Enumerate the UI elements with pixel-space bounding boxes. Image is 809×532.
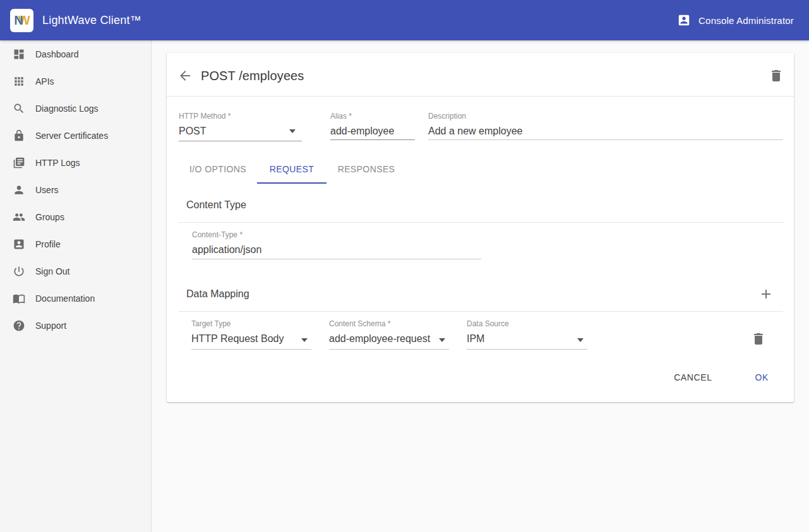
endpoint-card: POST /employees HTTP Method * POST Alias… — [167, 53, 794, 402]
sidebar-item-label: Diagnostic Logs — [35, 103, 99, 114]
field-underline — [192, 259, 481, 259]
logo-letter-n: N — [14, 13, 22, 28]
alias-label: Alias * — [330, 112, 415, 121]
ok-button[interactable]: OK — [745, 367, 779, 387]
back-button[interactable] — [177, 68, 193, 83]
person-icon — [13, 184, 25, 196]
user-menu[interactable]: Console Administrator — [677, 13, 794, 27]
tab-responses[interactable]: RESPONSES — [327, 155, 406, 184]
field-underline — [329, 349, 449, 350]
content-schema-value: add-employee-request — [329, 333, 449, 345]
content-schema-select[interactable]: Content Schema * add-employee-request — [329, 319, 449, 350]
sidebar-item-diagnostic-logs[interactable]: Diagnostic Logs — [0, 95, 151, 122]
dropdown-arrow-icon — [289, 129, 296, 133]
field-underline — [179, 141, 302, 141]
content-type-section-heading: Content Type — [186, 199, 246, 211]
sidebar-item-apis[interactable]: APIs — [0, 68, 151, 95]
sidebar-item-dashboard[interactable]: Dashboard — [0, 40, 151, 68]
content-type-field[interactable]: Content-Type * application/json — [192, 230, 481, 259]
sidebar-item-label: Profile — [35, 239, 61, 249]
sidebar-item-profile[interactable]: Profile — [0, 230, 151, 257]
data-source-label: Data Source — [467, 319, 587, 328]
section-divider — [179, 222, 783, 223]
delete-mapping-button[interactable] — [751, 331, 766, 346]
lock-icon — [13, 129, 25, 142]
tab-io-options[interactable]: I/O OPTIONS — [179, 155, 257, 184]
cancel-button[interactable]: CANCEL — [664, 367, 722, 387]
sidebar-item-http-logs[interactable]: HTTP Logs — [0, 149, 151, 176]
trash-icon — [751, 339, 766, 348]
content-type-value: application/json — [192, 244, 481, 256]
sidebar-item-sign-out[interactable]: Sign Out — [0, 257, 151, 285]
alias-value: add-employee — [330, 126, 415, 137]
field-underline — [191, 349, 311, 350]
back-arrow-icon — [177, 76, 193, 85]
content-schema-label: Content Schema * — [329, 319, 449, 328]
plus-icon — [758, 294, 774, 304]
sidebar-item-label: Users — [35, 185, 59, 195]
user-label: Console Administrator — [698, 15, 794, 26]
account-box-icon — [13, 238, 25, 251]
field-underline — [330, 139, 415, 140]
form-actions: CANCEL OK — [664, 367, 779, 387]
dropdown-arrow-icon — [301, 338, 308, 342]
help-circle-icon — [13, 319, 25, 332]
target-type-select[interactable]: Target Type HTTP Request Body — [191, 319, 311, 350]
sidebar-item-documentation[interactable]: Documentation — [0, 285, 151, 312]
library-books-icon — [13, 157, 25, 169]
delete-endpoint-button[interactable] — [769, 68, 784, 83]
target-type-label: Target Type — [191, 319, 311, 328]
dashboard-icon — [13, 48, 25, 61]
power-icon — [13, 265, 25, 278]
alias-field[interactable]: Alias * add-employee — [330, 112, 415, 140]
sidebar-item-users[interactable]: Users — [0, 176, 151, 203]
field-underline — [428, 139, 783, 140]
trash-icon — [769, 76, 784, 85]
sidebar: Dashboard APIs Diagnostic Logs Server Ce… — [0, 40, 152, 532]
data-source-select[interactable]: Data Source IPM — [467, 319, 587, 350]
sidebar-item-label: Sign Out — [35, 266, 69, 276]
dropdown-arrow-icon — [577, 338, 584, 342]
open-book-icon — [13, 292, 25, 305]
http-method-label: HTTP Method * — [179, 112, 302, 121]
tab-bar: I/O OPTIONS REQUEST RESPONSES — [179, 155, 406, 184]
app-header: N W LightWave Client™ Console Administra… — [0, 0, 809, 40]
add-mapping-button[interactable] — [758, 287, 774, 302]
dropdown-arrow-icon — [439, 338, 445, 342]
sidebar-item-label: Support — [35, 321, 66, 331]
description-field[interactable]: Description Add a new employee — [428, 112, 783, 140]
sidebar-item-label: Groups — [35, 212, 64, 222]
sidebar-item-label: Server Certificates — [35, 131, 108, 141]
sidebar-item-label: HTTP Logs — [35, 158, 80, 168]
description-label: Description — [428, 112, 783, 121]
people-icon — [13, 211, 25, 223]
page-title: POST /employees — [201, 69, 304, 83]
apps-grid-icon — [13, 75, 25, 88]
account-box-icon — [677, 13, 691, 27]
sidebar-item-support[interactable]: Support — [0, 312, 151, 339]
tab-request[interactable]: REQUEST — [257, 155, 327, 184]
app-logo: N W — [10, 9, 33, 32]
field-underline — [467, 349, 587, 350]
app-title: LightWave Client™ — [42, 14, 141, 27]
target-type-value: HTTP Request Body — [191, 333, 311, 345]
data-mapping-section-heading: Data Mapping — [186, 288, 249, 300]
card-header-divider — [167, 96, 794, 97]
sidebar-item-label: APIs — [35, 76, 54, 86]
description-value: Add a new employee — [428, 126, 783, 137]
search-icon — [13, 102, 25, 115]
section-divider — [179, 311, 783, 312]
sidebar-item-label: Dashboard — [35, 49, 79, 59]
http-method-select[interactable]: HTTP Method * POST — [179, 112, 302, 141]
sidebar-item-label: Documentation — [35, 293, 95, 304]
data-source-value: IPM — [467, 333, 587, 345]
main-content: POST /employees HTTP Method * POST Alias… — [152, 40, 809, 532]
content-type-label: Content-Type * — [192, 230, 481, 239]
http-method-value: POST — [179, 126, 302, 137]
sidebar-item-groups[interactable]: Groups — [0, 203, 151, 230]
sidebar-item-server-certificates[interactable]: Server Certificates — [0, 122, 151, 149]
